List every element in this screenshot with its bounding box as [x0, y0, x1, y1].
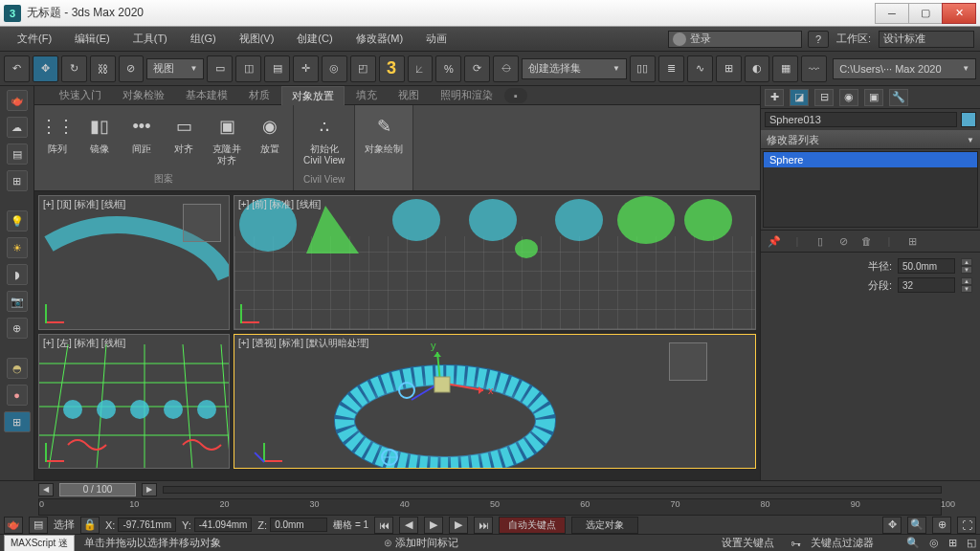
nav-orbit-icon[interactable]: ⊕ — [932, 517, 951, 534]
ribbon-item[interactable]: ⛬初始化Civil View — [300, 109, 348, 170]
segments-input[interactable]: 32 — [898, 277, 955, 293]
schematic-icon[interactable]: ⊞ — [716, 55, 742, 82]
menu-edit[interactable]: 编辑(E) — [63, 28, 122, 50]
ribbon-item[interactable]: ▮▯镜像 — [82, 109, 117, 159]
nav-max-icon[interactable]: ⛶ — [957, 517, 976, 534]
grid-icon[interactable]: ⊞ — [7, 170, 28, 191]
modifier-stack[interactable]: Sphere — [763, 151, 978, 228]
login-box[interactable]: 登录 — [668, 31, 802, 48]
menu-animation[interactable]: 动画 — [414, 28, 458, 50]
goto-start-icon[interactable]: ⏮ — [374, 517, 393, 534]
nav-pan-icon[interactable]: ✥ — [882, 517, 902, 534]
ribbon-item[interactable]: ▭对齐 — [167, 109, 201, 159]
snap-toggle-icon[interactable]: 3 — [379, 55, 405, 82]
motion-tab-icon[interactable]: ◉ — [839, 89, 858, 106]
undo-icon[interactable]: ↶ — [4, 55, 30, 82]
selected-obj-drop[interactable]: 选定对象 — [571, 517, 638, 534]
align-icon[interactable]: ▯▯ — [630, 55, 656, 82]
viewcube-icon[interactable] — [669, 342, 707, 381]
maxscript-listener[interactable]: MAXScript 迷 — [4, 535, 75, 552]
workspace-dropdown[interactable]: 设计标准 — [879, 31, 974, 48]
object-color-swatch[interactable] — [961, 112, 976, 127]
time-handle[interactable]: 0 / 100 — [59, 483, 136, 496]
ribbon-item[interactable]: ▣克隆并对齐 — [209, 109, 245, 170]
layers-icon[interactable]: ≣ — [658, 55, 684, 82]
object-name-input[interactable] — [765, 112, 957, 127]
radius-spinner[interactable]: ▲▼ — [961, 258, 972, 274]
configure-icon[interactable]: ⊞ — [904, 233, 920, 249]
redo-icon[interactable]: ↻ — [61, 55, 87, 82]
camera-icon[interactable]: 📷 — [7, 291, 28, 312]
modify-tab-icon[interactable]: ◪ — [790, 89, 809, 106]
close-button[interactable]: ✕ — [942, 3, 976, 24]
refcoord-dropdown[interactable]: 视图▼ — [146, 58, 204, 79]
maximize-button[interactable]: ▢ — [908, 3, 943, 24]
moon-icon[interactable]: ◗ — [7, 264, 28, 285]
autokey-button[interactable]: 自动关键点 — [499, 517, 566, 534]
minimize-button[interactable]: ─ — [875, 3, 909, 24]
goto-end-icon[interactable]: ⏭ — [474, 517, 493, 534]
ribtab-material[interactable]: 材质 — [239, 86, 279, 104]
prev-frame-icon[interactable]: ◀ — [38, 483, 54, 496]
render-setup-icon[interactable]: ▦ — [772, 55, 798, 82]
select-rect-icon[interactable]: ◫ — [235, 55, 261, 82]
hierarchy-tab-icon[interactable]: ⊟ — [814, 89, 834, 106]
listener-icon[interactable]: ▤ — [29, 517, 48, 534]
utilities-tab-icon[interactable]: 🔧 — [889, 89, 908, 106]
ribbon-item[interactable]: ◉放置 — [253, 109, 287, 159]
viewport-layout-icon[interactable]: ⊞ — [4, 411, 31, 432]
modifier-list-dropdown[interactable]: 修改器列表▼ — [761, 130, 980, 149]
maxscript-icon[interactable]: 🫖 — [4, 517, 23, 534]
ribtab-objcheck[interactable]: 对象检验 — [113, 86, 174, 104]
ribtab-view[interactable]: 视图 — [389, 86, 429, 104]
radius-input[interactable]: 50.0mm — [898, 258, 955, 274]
segments-spinner[interactable]: ▲▼ — [961, 277, 972, 293]
curve-editor-icon[interactable]: ∿ — [687, 55, 713, 82]
spinner-snap-icon[interactable]: ⟳ — [464, 55, 490, 82]
x-coord[interactable]: -97.761mm — [118, 518, 176, 532]
menu-create[interactable]: 创建(C) — [285, 28, 344, 50]
z-coord[interactable]: 0.0mm — [270, 518, 327, 532]
ribbon-item[interactable]: ⋮⋮阵列 — [40, 109, 75, 159]
menu-group[interactable]: 组(G) — [179, 28, 228, 50]
teapot-icon[interactable]: 🫖 — [7, 90, 28, 111]
nav-zoom2-icon[interactable]: 🔍 — [906, 537, 920, 549]
mirror-icon[interactable]: ⦵ — [493, 55, 519, 82]
ribtab-lighting[interactable]: 照明和渲染 — [431, 86, 502, 104]
angle-snap-icon[interactable]: ⟀ — [408, 55, 434, 82]
viewport-perspective[interactable]: [+] [透视] [标准] [默认明暗处理] — [234, 334, 756, 469]
show-result-icon[interactable]: ▯ — [813, 233, 828, 249]
setkey-button[interactable]: 设置关键点 — [714, 536, 781, 550]
time-ruler[interactable]: 0102030405060708090100 — [38, 498, 942, 516]
recent-path[interactable]: C:\Users\··· Max 2020▼ — [833, 58, 976, 79]
next-frame-icon[interactable]: ▶ — [142, 483, 157, 496]
render-icon[interactable]: 〰 — [801, 55, 827, 82]
ribtab-quickstart[interactable]: 快速入门 — [50, 86, 111, 104]
ribtab-modeling[interactable]: 基本建模 — [176, 86, 237, 104]
viewcube-icon[interactable] — [183, 204, 221, 242]
helper-icon[interactable]: ⊕ — [7, 318, 28, 339]
ribbon-item[interactable]: ✎对象绘制 — [361, 109, 407, 159]
viewport-left[interactable]: [+] [左] [标准] [线框] — [38, 334, 230, 469]
modifier-item[interactable]: Sphere — [764, 152, 977, 167]
unlink-icon[interactable]: ⊘ — [119, 55, 145, 82]
ribtab-collapse-icon[interactable]: ▪ — [504, 88, 527, 103]
dome-icon[interactable]: ◓ — [7, 358, 28, 379]
scale-icon[interactable]: ◰ — [350, 55, 376, 82]
nav-all-icon[interactable]: ⊞ — [948, 537, 957, 549]
material-icon[interactable]: ◐ — [745, 55, 770, 82]
ribtab-populate[interactable]: 填充 — [346, 86, 387, 104]
time-slider[interactable]: ◀ 0 / 100 ▶ — [0, 481, 980, 498]
play-icon[interactable]: ▶ — [424, 517, 443, 534]
viewport-front[interactable]: [+] [前] [标准] [线框] — [234, 195, 756, 330]
move-icon[interactable]: ✛ — [293, 55, 319, 82]
menu-view[interactable]: 视图(V) — [228, 28, 286, 50]
select-icon[interactable]: ▭ — [207, 55, 233, 82]
layer-icon[interactable]: ▤ — [7, 143, 28, 165]
prev-key-icon[interactable]: ◀ — [399, 517, 418, 534]
nav-min-icon[interactable]: ◱ — [967, 537, 976, 549]
remove-mod-icon[interactable]: 🗑 — [858, 233, 874, 249]
key-icon[interactable]: 🗝 — [791, 538, 801, 549]
menu-modifier[interactable]: 修改器(M) — [345, 28, 415, 50]
nav-zoom-icon[interactable]: 🔍 — [907, 517, 926, 534]
